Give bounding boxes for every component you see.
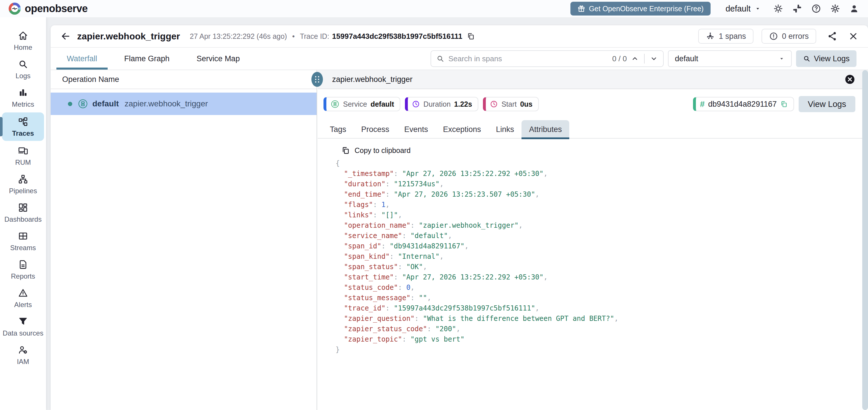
org-selector-value: default [725,4,751,13]
pulse-icon [12,6,18,11]
tab-service-map[interactable]: Service Map [186,48,250,70]
view-logs-button-span[interactable]: View Logs [799,96,855,112]
tab-links[interactable]: Links [488,120,522,139]
tab-waterfall[interactable]: Waterfall [56,48,107,70]
span-detail-tabs: Tags Process Events Exceptions Links Att… [322,120,569,139]
waterfall-pane: Operation Name default zapier.webhook_tr… [51,70,317,410]
arrow-left-icon [61,31,70,41]
search-icon [436,55,444,63]
next-match-button[interactable] [650,55,658,63]
vertical-scrollbar[interactable] [862,70,868,410]
span-details-header: zapier.webhook_trigger [318,70,868,89]
stream-selector[interactable]: default [668,50,792,67]
trace-tree-icon [18,117,28,127]
sidebar-item-pipelines[interactable]: Pipelines [0,170,46,198]
gift-icon [577,5,585,13]
stream-selector-value: default [675,54,698,63]
table-icon [18,231,28,241]
dashboard-grid-icon [18,203,28,212]
span-badges-row: Service default Duration 1.22s Start 0us… [323,96,855,112]
sidebar-item-dashboards[interactable]: Dashboards [0,198,46,227]
caret-down-icon [754,5,761,12]
prev-match-button[interactable] [631,55,639,63]
tab-events[interactable]: Events [397,120,436,139]
tab-attributes[interactable]: Attributes [522,120,569,139]
home-icon [18,31,28,40]
sidebar-item-logs[interactable]: Logs [0,55,46,83]
trace-details-card: zapier.webhook_trigger 27 Apr 13:25:22:2… [51,25,868,410]
trace-id-value: 15997a443dc29f538b1997c5bf516111 [332,32,463,41]
duration-badge: Duration 1.22s [405,97,478,111]
chevron-up-icon [631,55,639,63]
search-icon [803,55,810,62]
sidebar-item-data-sources[interactable]: Data sources [0,312,46,341]
document-icon [18,260,28,269]
light-mode-icon[interactable] [773,3,783,14]
collapse-dot-icon[interactable] [68,102,72,106]
span-search-input[interactable] [448,54,608,63]
warning-triangle-icon [18,288,28,298]
bar-chart-icon [18,88,28,98]
service-badge: Service default [323,97,400,111]
view-logs-button-toolbar[interactable]: View Logs [796,50,857,67]
share-button[interactable] [827,31,837,41]
close-circle-icon [844,74,855,85]
span-operation-name: zapier.webhook_trigger [125,99,208,108]
sidebar-item-traces[interactable]: Traces [2,112,44,141]
drag-handle[interactable] [311,71,323,88]
help-icon[interactable] [811,3,822,14]
enterprise-button[interactable]: Get OpenObserve Enterprise (Free) [570,2,711,15]
top-bar: openobserve Get OpenObserve Enterprise (… [0,0,868,17]
trace-body: Operation Name default zapier.webhook_tr… [51,70,868,410]
sidebar-item-streams[interactable]: Streams [0,227,46,255]
profile-icon[interactable] [849,3,859,14]
enterprise-button-label: Get OpenObserve Enterprise (Free) [589,5,704,13]
chevron-down-icon [650,55,658,63]
user-gear-icon [18,345,28,355]
clock-icon [412,100,420,108]
funnel-icon [18,316,28,326]
trace-id-label: Trace ID: [300,32,329,40]
pipeline-icon [18,174,28,184]
tab-process[interactable]: Process [354,120,397,139]
copy-trace-id-button[interactable] [467,32,475,40]
span-row-selected[interactable]: default zapier.webhook_trigger [51,93,317,115]
tab-exceptions[interactable]: Exceptions [435,120,488,139]
search-match-counter: 0 / 0 [612,54,627,63]
copy-to-clipboard-button[interactable]: Copy to clipboard [341,146,411,155]
tab-tags[interactable]: Tags [322,120,354,139]
devices-icon [18,146,28,156]
org-selector[interactable]: default [725,4,761,13]
sidebar-item-home[interactable]: Home [0,27,46,55]
openobserve-logo-icon [9,3,21,15]
sidebar-item-rum[interactable]: RUM [0,141,46,170]
copy-icon [780,100,788,108]
sidebar-nav: Home Logs Metrics Traces RUM Pipelines D… [0,17,46,410]
spans-hub-icon [706,32,715,41]
back-button[interactable] [60,31,71,41]
copy-icon [467,32,475,40]
settings-gear-icon[interactable] [830,3,840,14]
trace-header: zapier.webhook_trigger 27 Apr 13:25:22:2… [51,25,868,48]
caret-down-icon [778,56,785,62]
error-circle-icon [769,32,778,41]
close-details-button[interactable] [844,74,855,85]
copy-span-id-button[interactable] [780,100,788,108]
copy-icon [341,146,350,155]
share-icon [827,31,837,41]
span-search-box: 0 / 0 [431,50,664,67]
span-details-title: zapier.webhook_trigger [332,75,412,84]
sidebar-item-alerts[interactable]: Alerts [0,284,46,312]
brand-wordmark: openobserve [25,3,88,15]
hash-icon: # [700,100,705,109]
tab-flame-graph[interactable]: Flame Graph [114,48,180,70]
operation-name-header: Operation Name [51,70,317,89]
sidebar-item-metrics[interactable]: Metrics [0,83,46,112]
separator-dot: • [292,32,295,40]
slack-icon[interactable] [792,3,802,14]
sidebar-item-iam[interactable]: IAM [0,341,46,369]
span-service-name: default [92,99,119,108]
sidebar-item-reports[interactable]: Reports [0,255,46,284]
close-trace-button[interactable] [848,31,858,41]
attributes-json: { "_timestamp": "Apr 27, 2026 13:25:22.2… [336,158,618,355]
